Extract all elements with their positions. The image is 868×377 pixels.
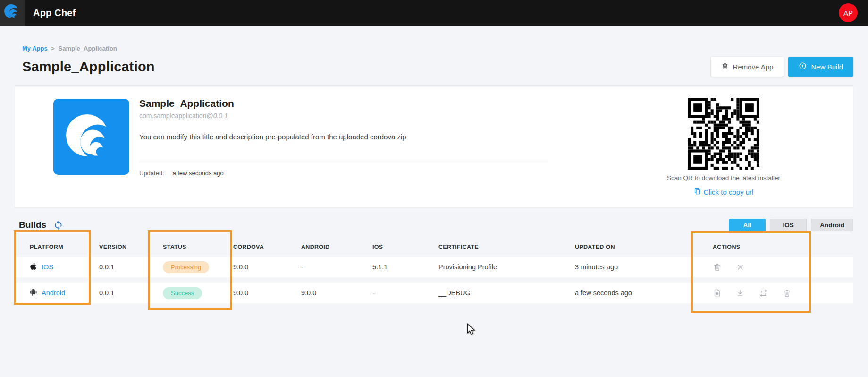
app-package-id: com.sampleapplication@0.0.1 [139, 112, 548, 120]
download-icon[interactable] [736, 289, 744, 298]
platform-link-ios[interactable]: IOS [30, 262, 53, 272]
apple-icon [30, 262, 37, 272]
col-ios: IOS [364, 244, 431, 250]
mouse-cursor [466, 323, 477, 337]
cell-updated-on: 3 minutes ago [568, 263, 691, 271]
cell-android: 9.0.0 [293, 289, 364, 297]
updated-label: Updated: [139, 170, 164, 177]
breadcrumb-separator: > [51, 45, 55, 52]
cell-cordova: 9.0.0 [226, 289, 293, 297]
app-title: App Chef [33, 8, 76, 18]
cell-updated-on: a few seconds ago [568, 289, 691, 297]
table-row: Android 0.0.1 Success 9.0.0 9.0.0 - __DE… [15, 283, 853, 303]
cell-version: 0.0.1 [91, 289, 149, 297]
col-android: ANDROID [293, 244, 364, 250]
platform-link-android[interactable]: Android [30, 288, 65, 298]
app-card: Sample_Application com.sampleapplication… [15, 87, 853, 207]
delete-icon[interactable] [713, 262, 722, 272]
breadcrumb-current: Sample_Application [59, 45, 117, 52]
col-status: STATUS [149, 244, 226, 250]
copy-icon [694, 188, 701, 197]
app-icon [53, 99, 129, 175]
filter-android[interactable]: Android [811, 219, 853, 231]
cancel-icon[interactable] [736, 263, 744, 271]
sync-icon[interactable] [53, 220, 63, 230]
breadcrumb: My Apps > Sample_Application [22, 45, 846, 52]
col-certificate: CERTIFICATE [431, 244, 568, 250]
breadcrumb-my-apps[interactable]: My Apps [22, 45, 48, 52]
qr-code [688, 98, 759, 170]
cell-ios: 5.1.1 [364, 263, 431, 271]
delete-icon[interactable] [783, 288, 792, 298]
cell-certificate: __DEBUG [431, 289, 568, 297]
cell-android: - [293, 263, 364, 271]
builds-table: PLATFORM VERSION STATUS CORDOVA ANDROID … [15, 238, 853, 303]
col-actions: ACTIONS [691, 244, 853, 250]
updated-row: Updated: a few seconds ago [139, 170, 548, 177]
table-row: IOS 0.0.1 Processing 9.0.0 - 5.1.1 Provi… [15, 257, 853, 277]
app-description[interactable]: You can modify this title and descriptio… [139, 133, 548, 141]
copy-url-link[interactable]: Click to copy url [694, 188, 754, 197]
cell-version: 0.0.1 [91, 263, 149, 271]
trash-icon [721, 62, 729, 71]
cell-certificate: Provisioning Profile [431, 263, 568, 271]
wave-logo-icon [3, 2, 22, 23]
new-build-button[interactable]: New Build [788, 57, 853, 77]
user-avatar[interactable]: AP [839, 3, 858, 22]
remove-app-button[interactable]: Remove App [711, 57, 784, 77]
top-bar: App Chef AP [0, 0, 868, 26]
col-cordova: CORDOVA [226, 244, 293, 250]
card-divider [139, 162, 548, 162]
col-platform: PLATFORM [15, 244, 91, 250]
filter-ios[interactable]: IOS [770, 219, 807, 231]
updated-value: a few seconds ago [172, 170, 223, 177]
qr-caption: Scan QR to download the latest installer [646, 174, 801, 181]
page-title: Sample_Application [22, 59, 155, 75]
cell-ios: - [364, 289, 431, 297]
col-version: VERSION [91, 244, 149, 250]
app-chef-logo[interactable] [0, 0, 25, 26]
filter-all[interactable]: All [729, 219, 766, 231]
col-updated-on: UPDATED ON [568, 244, 691, 250]
platform-filters: All IOS Android [729, 219, 853, 231]
log-icon[interactable] [713, 288, 721, 298]
app-card-title[interactable]: Sample_Application [139, 98, 548, 109]
builds-title: Builds [19, 220, 46, 230]
rebuild-icon[interactable] [759, 289, 768, 298]
header-divider [15, 85, 853, 86]
plus-circle-icon [799, 62, 807, 71]
table-header-row: PLATFORM VERSION STATUS CORDOVA ANDROID … [15, 238, 853, 257]
android-icon [30, 288, 37, 298]
cell-cordova: 9.0.0 [226, 263, 293, 271]
status-badge: Processing [163, 261, 209, 273]
status-badge: Success [163, 287, 202, 299]
